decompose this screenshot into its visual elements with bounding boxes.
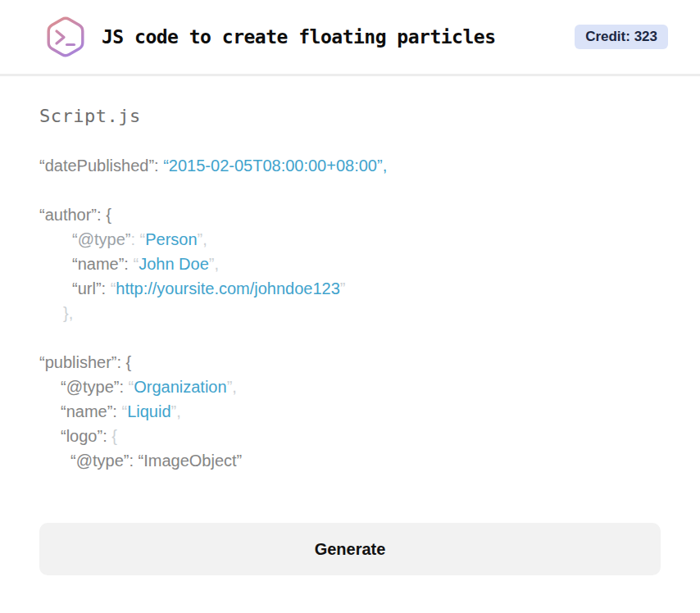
code-segment-key: “name”: [72,255,133,273]
code-segment-value: John Doe [139,255,209,273]
code-line: “url”: “http://yoursite.com/johndoe123” [39,276,661,301]
code-segment-faint: }, [63,304,73,322]
code-segment-value: Person [145,230,197,248]
code-line: “author”: { [39,202,661,227]
code-segment-faint: : “ [130,230,145,248]
code-segment-key: “datePublished”: [39,157,163,175]
code-blank-line [39,325,661,350]
code-segment-faint: ”, [227,378,237,396]
code-segment-value: “2015-02-05T08:00:00+08:00”, [163,157,387,175]
generate-button[interactable]: Generate [39,523,661,575]
code-segment-value: Liquid [127,402,170,420]
code-line: “@type”: “ImageObject” [39,448,661,473]
code-line: }, [39,301,661,325]
terminal-prompt-hexagon-icon [43,14,89,60]
code-segment-faint: ”, [198,230,207,248]
code-segment-faint: { [111,427,117,445]
code-segment-faint: ”, [209,255,219,273]
code-segment-key: “publisher”: { [39,353,131,371]
page-title: JS code to create floating particles [102,26,496,48]
code-segment-key: “author”: { [39,206,111,224]
code-segment-key: “@type”: “ImageObject” [70,452,242,470]
credit-badge: Credit: 323 [575,25,668,49]
code-line: “publisher”: { [39,350,661,375]
code-preview: “datePublished”: “2015-02-05T08:00:00+08… [39,153,661,473]
code-line: “name”: “Liquid”, [39,399,661,424]
code-segment-faint: ”, [171,402,181,420]
code-line: “@type”: “Organization”, [39,375,661,399]
main-content: Script.js “datePublished”: “2015-02-05T0… [0,106,700,575]
code-blank-line [39,178,661,202]
code-line: “name”: “John Doe”, [39,252,661,276]
app-header: JS code to create floating particles Cre… [0,0,700,76]
code-segment-faint: ” [340,279,346,297]
code-line: “@type”: “Person”, [39,227,661,252]
script-filename: Script.js [39,106,661,127]
code-segment-key2: “@type” [72,230,130,248]
code-line: “logo”: { [39,424,661,448]
code-segment-key: “logo”: [61,427,111,445]
code-segment-key: “url”: [72,279,111,297]
code-line: “datePublished”: “2015-02-05T08:00:00+08… [39,153,661,178]
code-segment-key: “name”: [61,402,121,420]
code-segment-key: “@type”: [61,378,129,396]
code-segment-value: http://yoursite.com/johndoe123 [116,279,340,297]
code-segment-value: Organization [134,378,226,396]
